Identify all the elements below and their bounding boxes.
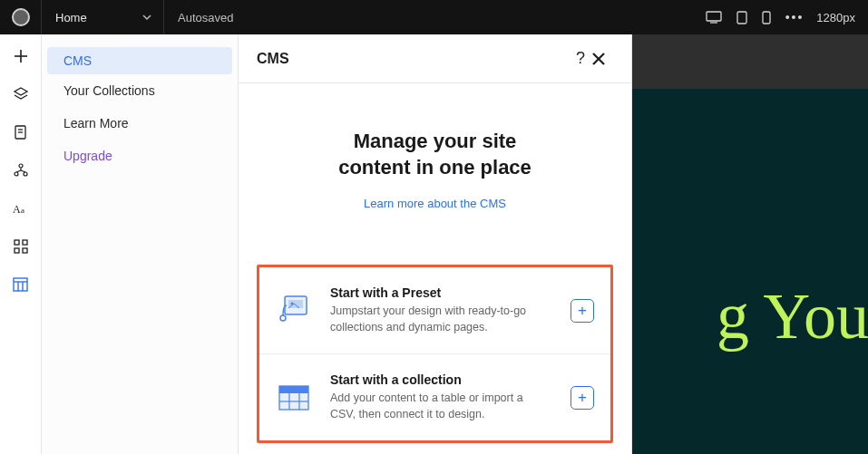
layers-icon[interactable]	[12, 85, 30, 103]
svg-text:a: a	[21, 206, 24, 215]
sidebar-item-label: Your Collections	[63, 83, 155, 98]
panel-body: Manage your site content in one place Le…	[239, 83, 631, 454]
learn-more-link[interactable]: Learn more about the CMS	[257, 197, 613, 210]
sidebar-item-label: Upgrade	[63, 149, 112, 163]
top-bar: Home Autosaved ••• 1280px	[0, 0, 868, 34]
mobile-icon[interactable]	[762, 11, 771, 24]
typography-icon[interactable]: Aa	[12, 199, 30, 217]
cms-icon[interactable]	[12, 275, 30, 294]
app-logo[interactable]	[0, 0, 42, 34]
add-icon[interactable]	[12, 47, 30, 65]
option-body: Start with a collection Add your content…	[330, 372, 552, 422]
device-preview-icons: •••	[706, 10, 817, 24]
cms-sidebar: CMS Your Collections Learn More Upgrade	[42, 34, 239, 454]
svg-rect-2	[737, 12, 746, 24]
tablet-icon[interactable]	[736, 11, 747, 24]
circle-logo-icon	[12, 8, 30, 26]
sitemap-icon[interactable]	[12, 161, 30, 179]
apps-icon[interactable]	[12, 237, 30, 256]
sidebar-item-label: CMS	[63, 53, 92, 68]
close-icon[interactable]	[591, 52, 613, 66]
svg-rect-29	[279, 386, 308, 393]
option-body: Start with a Preset Jumpstart your desig…	[330, 285, 552, 335]
svg-text:A: A	[13, 203, 21, 216]
svg-point-9	[19, 164, 23, 168]
svg-rect-16	[15, 248, 19, 253]
svg-point-27	[280, 315, 286, 321]
panel-heading: Manage your site content in one place	[257, 129, 613, 180]
tool-rail: Aa	[0, 34, 42, 454]
hero-section-preview: g Your and	[632, 89, 868, 454]
add-preset-button[interactable]: +	[571, 299, 594, 323]
svg-point-10	[15, 172, 18, 176]
help-icon[interactable]: ?	[570, 49, 591, 68]
page-selector-dropdown[interactable]: Home	[42, 0, 164, 34]
more-devices-icon[interactable]: •••	[785, 10, 805, 24]
svg-rect-17	[23, 248, 27, 253]
panel-header: CMS ?	[239, 34, 631, 83]
preset-icon	[276, 293, 312, 329]
cms-panel: CMS ? Manage your site content in one pl…	[239, 34, 632, 454]
sidebar-item-upgrade[interactable]: Upgrade	[42, 140, 238, 172]
canvas-preview[interactable]: g Your and	[632, 34, 868, 454]
svg-rect-3	[763, 12, 770, 24]
svg-rect-18	[14, 278, 27, 291]
sidebar-item-learn-more[interactable]: Learn More	[42, 107, 238, 140]
pages-icon[interactable]	[12, 123, 30, 141]
option-start-collection[interactable]: Start with a collection Add your content…	[259, 353, 610, 440]
option-desc: Jumpstart your design with ready-to-go c…	[330, 304, 548, 335]
start-options-highlight: Start with a Preset Jumpstart your desig…	[257, 265, 613, 443]
canvas-width-label: 1280px	[816, 11, 868, 24]
sidebar-item-label: Learn More	[63, 116, 129, 130]
sidebar-item-cms[interactable]: CMS	[47, 47, 232, 74]
add-collection-button[interactable]: +	[571, 386, 594, 410]
chevron-down-icon	[142, 11, 151, 24]
svg-rect-15	[23, 240, 27, 245]
option-start-preset[interactable]: Start with a Preset Jumpstart your desig…	[259, 267, 610, 353]
hero-text: g Your and	[717, 279, 868, 354]
svg-rect-0	[707, 12, 721, 21]
sidebar-item-your-collections[interactable]: Your Collections	[42, 74, 238, 107]
page-name: Home	[55, 11, 87, 24]
option-desc: Add your content to a table or import a …	[330, 391, 548, 422]
panel-title: CMS	[257, 51, 289, 67]
option-title: Start with a Preset	[330, 285, 552, 300]
option-title: Start with a collection	[330, 372, 552, 387]
svg-point-11	[24, 172, 27, 176]
collection-table-icon	[276, 380, 312, 416]
save-status: Autosaved	[164, 11, 233, 24]
desktop-icon[interactable]	[706, 11, 722, 24]
svg-rect-14	[15, 240, 19, 245]
